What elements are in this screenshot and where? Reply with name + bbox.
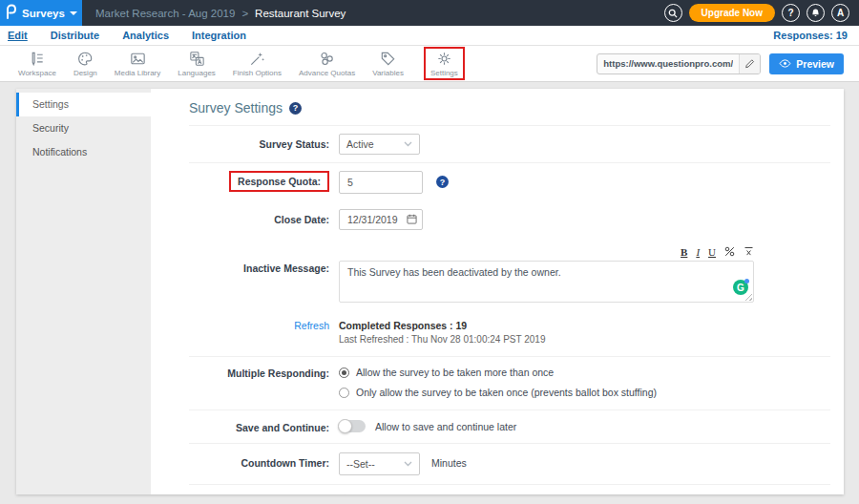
breadcrumb-separator: > (241, 8, 248, 19)
remove-format-icon (744, 246, 754, 257)
survey-url-input[interactable] (597, 54, 739, 74)
chevron-down-icon (404, 461, 412, 467)
breadcrumb-survey-name: Restaurant Survey (255, 8, 346, 19)
radio-unselected-icon[interactable] (339, 388, 349, 398)
sidebar-item-security[interactable]: Security (16, 116, 151, 140)
edit-toolbar: Workspace Design Media Library Languages… (0, 46, 859, 82)
sidebar-item-notifications[interactable]: Notifications (16, 140, 151, 164)
radio-option-multiple-allowed[interactable]: Allow the survey to be taken more than o… (339, 367, 657, 378)
gear-icon (435, 50, 453, 68)
last-refreshed-text: Last Refreshed : Thu Nov 28 01:00:24 PST… (339, 334, 545, 345)
topbar-actions: Upgrade Now ? A (664, 4, 849, 22)
grammarly-icon[interactable]: G (733, 280, 748, 295)
eye-icon (779, 59, 791, 68)
inactive-message-row: Inactive Message: B I U (189, 238, 830, 312)
settings-sidebar: Settings Security Notifications (16, 89, 151, 494)
response-quota-label: Response Quota: (189, 171, 329, 192)
save-and-continue-toggle[interactable] (339, 420, 366, 432)
close-date-label: Close Date: (189, 209, 329, 225)
help-button[interactable]: ? (782, 4, 800, 22)
edit-url-button[interactable] (739, 54, 760, 74)
toolbar-item-languages[interactable]: Languages (169, 49, 224, 78)
responses-count[interactable]: Responses: 19 (773, 30, 848, 41)
refresh-row: Refresh Completed Responses : 19 Last Re… (189, 312, 830, 357)
upgrade-now-button[interactable]: Upgrade Now (689, 4, 775, 22)
quota-help-icon[interactable]: ? (436, 176, 449, 188)
save-and-continue-text: Allow to save and continue later (375, 421, 516, 432)
breadcrumb-folder[interactable]: Market Research - Aug 2019 (95, 8, 235, 19)
red-highlight-box: Response Quota: (229, 171, 329, 192)
toolbar-item-media-library[interactable]: Media Library (106, 49, 169, 78)
search-icon (668, 9, 678, 18)
sidebar-item-settings[interactable]: Settings (16, 93, 151, 116)
countdown-timer-label: Countdown Timer: (189, 452, 329, 469)
survey-status-label: Survey Status: (189, 134, 329, 150)
breadcrumb: Market Research - Aug 2019 > Restaurant … (95, 8, 346, 19)
toolbar-item-variables[interactable]: Variables (364, 49, 412, 78)
page-title: Survey Settings (189, 100, 283, 116)
search-button[interactable] (664, 4, 682, 22)
pencil-icon (744, 58, 755, 69)
image-icon (129, 50, 147, 68)
grammarly-notification-dot (744, 279, 749, 284)
tab-edit[interactable]: Edit (8, 30, 28, 41)
survey-url-box (597, 53, 761, 74)
chevron-down-icon (404, 141, 412, 147)
linked-rings-icon (318, 50, 336, 68)
radio-selected-icon[interactable] (339, 368, 349, 378)
radio-option-once-only[interactable]: Only allow the survey to be taken once (… (339, 387, 657, 398)
chevron-down-icon (70, 11, 77, 15)
page-background: Settings Security Notifications Survey S… (0, 82, 859, 504)
palette-icon (76, 50, 94, 68)
questionpro-logo-icon (5, 4, 17, 22)
link-button[interactable] (724, 246, 735, 259)
inactive-message-label: Inactive Message: (189, 245, 329, 274)
response-quota-row: Response Quota: ? (189, 163, 830, 201)
product-label: Surveys (22, 8, 65, 19)
multiple-responding-row: Multiple Responding: Allow the survey to… (189, 357, 830, 410)
title-help-icon[interactable]: ? (289, 102, 302, 115)
countdown-timer-select[interactable]: --Set-- (339, 452, 420, 475)
survey-status-row: Survey Status: Active (189, 126, 830, 163)
bold-button[interactable]: B (681, 247, 687, 258)
toolbar-item-workspace[interactable]: Workspace (10, 49, 65, 78)
toolbar-item-advance-quotas[interactable]: Advance Quotas (290, 49, 364, 78)
completed-responses-text: Completed Responses : 19 (339, 320, 545, 331)
link-icon (724, 246, 735, 257)
multiple-responding-label: Multiple Responding: (189, 367, 329, 379)
toolbar-item-finish-options[interactable]: Finish Options (224, 49, 290, 78)
save-and-continue-row: Save and Continue: Allow to save and con… (189, 410, 830, 444)
bell-icon (810, 8, 821, 18)
inactive-message-textarea[interactable]: This Survey has been deactivated by the … (339, 261, 754, 303)
remove-format-button[interactable] (744, 246, 754, 259)
rich-text-toolbar: B I U (339, 245, 754, 259)
seo-row: SEO: Allow search engine indexing (189, 485, 830, 494)
preview-button[interactable]: Preview (769, 53, 844, 74)
save-and-continue-label: Save and Continue: (189, 420, 329, 433)
settings-content: Survey Settings ? Survey Status: Active … (151, 89, 844, 494)
calendar-icon[interactable] (407, 214, 417, 226)
tag-icon (379, 50, 397, 68)
countdown-timer-row: Countdown Timer: --Set-- Minutes (189, 444, 830, 485)
surveys-menu[interactable]: Surveys (0, 0, 82, 26)
workspace-icon (28, 50, 46, 68)
toolbar-item-design[interactable]: Design (65, 49, 106, 78)
notifications-button[interactable] (807, 4, 825, 22)
close-date-row: Close Date: (189, 201, 830, 238)
response-quota-input[interactable] (339, 171, 423, 194)
top-navbar: Surveys Market Research - Aug 2019 > Res… (0, 0, 859, 26)
translate-icon (188, 50, 206, 68)
survey-status-select[interactable]: Active (339, 134, 420, 155)
main-tabbar: Edit Distribute Analytics Integration Re… (0, 26, 859, 46)
tab-analytics[interactable]: Analytics (122, 30, 169, 41)
underline-button[interactable]: U (708, 247, 716, 258)
refresh-link[interactable]: Refresh (189, 320, 329, 331)
account-avatar[interactable]: A (831, 4, 849, 22)
minutes-suffix: Minutes (431, 452, 467, 469)
toolbar-item-settings[interactable]: Settings (424, 47, 465, 80)
tab-distribute[interactable]: Distribute (51, 30, 99, 41)
tab-integration[interactable]: Integration (192, 30, 246, 41)
magic-wand-icon (248, 50, 266, 68)
settings-card: Settings Security Notifications Survey S… (16, 89, 844, 494)
italic-button[interactable]: I (696, 247, 700, 258)
